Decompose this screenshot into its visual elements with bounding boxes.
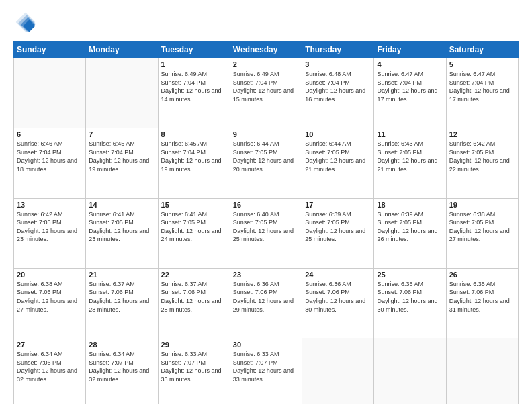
day-number: 10	[305, 130, 371, 138]
cell-details: Sunrise: 6:41 AM Sunset: 7:05 PM Dayligh…	[89, 210, 154, 244]
day-number: 21	[89, 271, 154, 279]
cell-details: Sunrise: 6:46 AM Sunset: 7:04 PM Dayligh…	[17, 140, 83, 173]
cell-details: Sunrise: 6:39 AM Sunset: 7:05 PM Dayligh…	[377, 210, 443, 244]
cell-details: Sunrise: 6:45 AM Sunset: 7:04 PM Dayligh…	[161, 140, 227, 173]
calendar-cell: 23Sunrise: 6:36 AM Sunset: 7:06 PM Dayli…	[230, 268, 302, 338]
calendar-cell: 7Sunrise: 6:45 AM Sunset: 7:04 PM Daylig…	[86, 128, 158, 198]
calendar-cell: 14Sunrise: 6:41 AM Sunset: 7:05 PM Dayli…	[86, 198, 158, 268]
day-number: 26	[449, 271, 515, 279]
calendar-cell: 17Sunrise: 6:39 AM Sunset: 7:05 PM Dayli…	[302, 198, 374, 268]
day-number: 29	[161, 340, 227, 349]
calendar-cell: 2Sunrise: 6:49 AM Sunset: 7:04 PM Daylig…	[230, 58, 302, 128]
calendar-cell: 8Sunrise: 6:45 AM Sunset: 7:04 PM Daylig…	[158, 128, 230, 198]
day-number: 30	[233, 340, 299, 349]
cell-details: Sunrise: 6:40 AM Sunset: 7:05 PM Dayligh…	[233, 210, 299, 244]
cell-details: Sunrise: 6:33 AM Sunset: 7:07 PM Dayligh…	[233, 350, 299, 383]
calendar-table: SundayMondayTuesdayWednesdayThursdayFrid…	[13, 41, 519, 404]
cell-details: Sunrise: 6:45 AM Sunset: 7:04 PM Dayligh…	[89, 140, 154, 173]
day-number: 19	[449, 201, 515, 209]
day-number: 25	[377, 271, 443, 279]
day-number: 22	[161, 271, 227, 279]
day-number: 2	[233, 60, 299, 68]
calendar-cell: 16Sunrise: 6:40 AM Sunset: 7:05 PM Dayli…	[230, 198, 302, 268]
calendar-cell: 21Sunrise: 6:37 AM Sunset: 7:06 PM Dayli…	[86, 268, 158, 338]
cell-details: Sunrise: 6:44 AM Sunset: 7:05 PM Dayligh…	[305, 140, 371, 173]
calendar-cell: 12Sunrise: 6:42 AM Sunset: 7:05 PM Dayli…	[446, 128, 518, 198]
calendar-cell: 27Sunrise: 6:34 AM Sunset: 7:06 PM Dayli…	[14, 338, 86, 404]
cell-details: Sunrise: 6:37 AM Sunset: 7:06 PM Dayligh…	[89, 280, 154, 314]
cell-details: Sunrise: 6:35 AM Sunset: 7:06 PM Dayligh…	[377, 280, 443, 314]
cell-details: Sunrise: 6:42 AM Sunset: 7:05 PM Dayligh…	[17, 210, 83, 244]
header	[13, 10, 519, 34]
weekday-header-saturday: Saturday	[446, 42, 518, 58]
calendar-cell	[374, 338, 446, 404]
calendar-week-4: 20Sunrise: 6:38 AM Sunset: 7:06 PM Dayli…	[14, 268, 519, 338]
day-number: 5	[449, 60, 515, 68]
calendar-cell: 22Sunrise: 6:37 AM Sunset: 7:06 PM Dayli…	[158, 268, 230, 338]
cell-details: Sunrise: 6:35 AM Sunset: 7:06 PM Dayligh…	[449, 280, 515, 314]
weekday-header-wednesday: Wednesday	[230, 42, 302, 58]
weekday-header-monday: Monday	[86, 42, 158, 58]
cell-details: Sunrise: 6:44 AM Sunset: 7:05 PM Dayligh…	[233, 140, 299, 173]
calendar-cell: 3Sunrise: 6:48 AM Sunset: 7:04 PM Daylig…	[302, 58, 374, 128]
day-number: 23	[233, 271, 299, 279]
calendar-cell: 1Sunrise: 6:49 AM Sunset: 7:04 PM Daylig…	[158, 58, 230, 128]
cell-details: Sunrise: 6:43 AM Sunset: 7:05 PM Dayligh…	[377, 140, 443, 173]
cell-details: Sunrise: 6:47 AM Sunset: 7:04 PM Dayligh…	[449, 70, 515, 103]
day-number: 14	[89, 201, 154, 209]
calendar-cell: 24Sunrise: 6:36 AM Sunset: 7:06 PM Dayli…	[302, 268, 374, 338]
day-number: 20	[17, 271, 83, 279]
day-number: 24	[305, 271, 371, 279]
cell-details: Sunrise: 6:49 AM Sunset: 7:04 PM Dayligh…	[233, 70, 299, 103]
cell-details: Sunrise: 6:38 AM Sunset: 7:06 PM Dayligh…	[17, 280, 83, 314]
calendar-cell: 26Sunrise: 6:35 AM Sunset: 7:06 PM Dayli…	[446, 268, 518, 338]
cell-details: Sunrise: 6:39 AM Sunset: 7:05 PM Dayligh…	[305, 210, 371, 244]
cell-details: Sunrise: 6:33 AM Sunset: 7:07 PM Dayligh…	[161, 350, 227, 383]
logo	[13, 10, 40, 34]
calendar-week-3: 13Sunrise: 6:42 AM Sunset: 7:05 PM Dayli…	[14, 198, 519, 268]
calendar-cell: 29Sunrise: 6:33 AM Sunset: 7:07 PM Dayli…	[158, 338, 230, 404]
day-number: 11	[377, 130, 443, 138]
calendar-cell	[14, 58, 86, 128]
weekday-header-thursday: Thursday	[302, 42, 374, 58]
cell-details: Sunrise: 6:34 AM Sunset: 7:06 PM Dayligh…	[17, 350, 83, 383]
cell-details: Sunrise: 6:49 AM Sunset: 7:04 PM Dayligh…	[161, 70, 227, 103]
cell-details: Sunrise: 6:38 AM Sunset: 7:05 PM Dayligh…	[449, 210, 515, 244]
cell-details: Sunrise: 6:34 AM Sunset: 7:07 PM Dayligh…	[89, 350, 154, 383]
day-number: 8	[161, 130, 227, 138]
day-number: 27	[17, 340, 83, 349]
weekday-header-sunday: Sunday	[14, 42, 86, 58]
calendar-cell	[86, 58, 158, 128]
calendar-cell	[302, 338, 374, 404]
cell-details: Sunrise: 6:36 AM Sunset: 7:06 PM Dayligh…	[233, 280, 299, 314]
cell-details: Sunrise: 6:48 AM Sunset: 7:04 PM Dayligh…	[305, 70, 371, 103]
day-number: 4	[377, 60, 443, 68]
calendar-cell: 25Sunrise: 6:35 AM Sunset: 7:06 PM Dayli…	[374, 268, 446, 338]
calendar-cell: 5Sunrise: 6:47 AM Sunset: 7:04 PM Daylig…	[446, 58, 518, 128]
calendar-body: 1Sunrise: 6:49 AM Sunset: 7:04 PM Daylig…	[14, 58, 519, 404]
weekday-header-tuesday: Tuesday	[158, 42, 230, 58]
calendar-cell: 20Sunrise: 6:38 AM Sunset: 7:06 PM Dayli…	[14, 268, 86, 338]
day-number: 16	[233, 201, 299, 209]
cell-details: Sunrise: 6:36 AM Sunset: 7:06 PM Dayligh…	[305, 280, 371, 314]
calendar-week-5: 27Sunrise: 6:34 AM Sunset: 7:06 PM Dayli…	[14, 338, 519, 404]
calendar-cell: 11Sunrise: 6:43 AM Sunset: 7:05 PM Dayli…	[374, 128, 446, 198]
calendar-cell: 4Sunrise: 6:47 AM Sunset: 7:04 PM Daylig…	[374, 58, 446, 128]
day-number: 15	[161, 201, 227, 209]
calendar-cell: 10Sunrise: 6:44 AM Sunset: 7:05 PM Dayli…	[302, 128, 374, 198]
calendar-cell: 19Sunrise: 6:38 AM Sunset: 7:05 PM Dayli…	[446, 198, 518, 268]
day-number: 7	[89, 130, 154, 138]
cell-details: Sunrise: 6:41 AM Sunset: 7:05 PM Dayligh…	[161, 210, 227, 244]
calendar-cell: 13Sunrise: 6:42 AM Sunset: 7:05 PM Dayli…	[14, 198, 86, 268]
logo-icon	[13, 10, 38, 34]
day-number: 1	[161, 60, 227, 68]
day-number: 3	[305, 60, 371, 68]
day-number: 6	[17, 130, 83, 138]
day-number: 18	[377, 201, 443, 209]
calendar-cell: 9Sunrise: 6:44 AM Sunset: 7:05 PM Daylig…	[230, 128, 302, 198]
weekday-header-row: SundayMondayTuesdayWednesdayThursdayFrid…	[14, 42, 519, 58]
calendar-cell: 6Sunrise: 6:46 AM Sunset: 7:04 PM Daylig…	[14, 128, 86, 198]
calendar-week-2: 6Sunrise: 6:46 AM Sunset: 7:04 PM Daylig…	[14, 128, 519, 198]
calendar-cell: 18Sunrise: 6:39 AM Sunset: 7:05 PM Dayli…	[374, 198, 446, 268]
day-number: 28	[89, 340, 154, 349]
